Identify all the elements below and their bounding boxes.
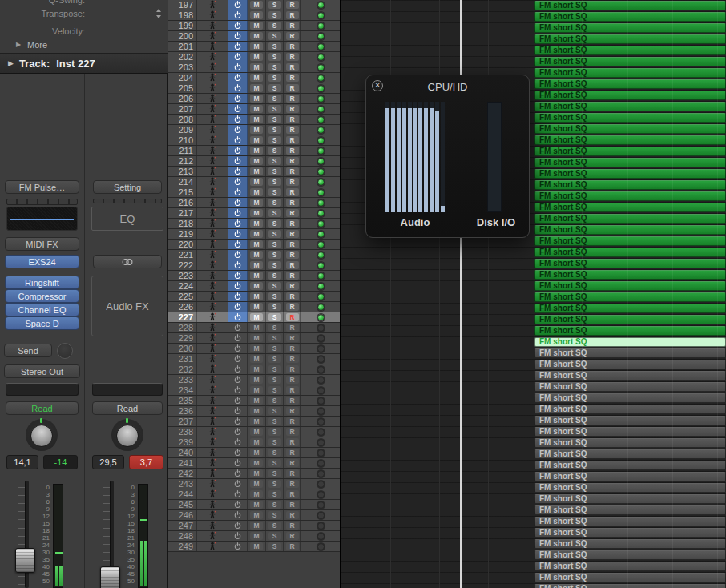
midi-region[interactable]: FM short SQ xyxy=(534,57,726,66)
power-button[interactable] xyxy=(228,271,248,280)
group-slot[interactable] xyxy=(6,383,79,396)
record-button[interactable]: R xyxy=(286,230,299,238)
mute-button[interactable]: M xyxy=(250,240,263,248)
power-button[interactable] xyxy=(228,469,248,478)
output-slot[interactable]: Stereo Out xyxy=(4,364,80,378)
midi-region[interactable]: FM short SQ xyxy=(534,292,726,302)
solo-button[interactable]: S xyxy=(268,428,281,436)
power-button[interactable] xyxy=(228,323,248,332)
record-button[interactable]: R xyxy=(286,490,299,498)
power-button[interactable] xyxy=(228,115,248,124)
track-row[interactable]: 201MSR xyxy=(168,42,340,52)
power-button[interactable] xyxy=(228,417,248,426)
midi-region[interactable]: FM short SQ xyxy=(534,34,726,44)
volume-value[interactable]: -14 xyxy=(43,455,78,469)
solo-button[interactable]: S xyxy=(268,376,281,384)
track-icon[interactable] xyxy=(197,177,228,187)
track-icon[interactable] xyxy=(197,448,228,457)
record-button[interactable]: R xyxy=(286,74,299,82)
track-row[interactable]: 220MSR xyxy=(168,240,340,250)
automation-mode-button[interactable]: Read xyxy=(6,401,79,415)
midi-region[interactable]: FM short SQ xyxy=(534,517,726,526)
track-icon[interactable] xyxy=(197,479,228,489)
solo-button[interactable]: S xyxy=(268,365,281,373)
track-icon[interactable] xyxy=(197,187,228,197)
record-button[interactable]: R xyxy=(286,469,299,477)
track-row[interactable]: 222MSR xyxy=(168,260,340,271)
track-icon[interactable] xyxy=(197,42,228,51)
mute-button[interactable]: M xyxy=(250,469,263,477)
mute-button[interactable]: M xyxy=(250,386,263,394)
solo-button[interactable]: S xyxy=(268,532,281,540)
pan-knob[interactable] xyxy=(26,419,58,451)
solo-button[interactable]: S xyxy=(268,251,281,259)
solo-button[interactable]: S xyxy=(268,178,281,186)
track-row[interactable]: 224MSR xyxy=(168,281,340,292)
pan-value[interactable]: 29,5 xyxy=(92,455,124,469)
solo-button[interactable]: S xyxy=(268,199,281,207)
track-inspector-header[interactable]: ▶ Track: Inst 227 xyxy=(0,53,168,74)
record-button[interactable]: R xyxy=(286,324,299,332)
group-slot[interactable] xyxy=(92,383,163,396)
mute-button[interactable]: M xyxy=(250,501,263,509)
track-icon[interactable] xyxy=(197,21,228,30)
power-button[interactable] xyxy=(228,427,248,437)
track-icon[interactable] xyxy=(197,219,228,228)
record-button[interactable]: R xyxy=(286,22,299,30)
midi-region[interactable]: FM short SQ xyxy=(534,102,726,111)
record-button[interactable]: R xyxy=(286,105,299,113)
midi-region[interactable]: FM short SQ xyxy=(534,393,726,403)
power-button[interactable] xyxy=(228,73,248,83)
power-button[interactable] xyxy=(228,437,248,447)
mute-button[interactable]: M xyxy=(250,32,263,40)
track-icon[interactable] xyxy=(197,354,228,364)
power-button[interactable] xyxy=(228,62,248,72)
midi-region[interactable]: FM short SQ xyxy=(534,158,726,167)
track-icon[interactable] xyxy=(197,52,228,62)
solo-button[interactable]: S xyxy=(268,209,281,217)
mute-button[interactable]: M xyxy=(250,209,263,217)
track-icon[interactable] xyxy=(197,469,228,478)
track-icon[interactable] xyxy=(197,146,228,155)
power-button[interactable] xyxy=(228,198,248,207)
solo-button[interactable]: S xyxy=(268,167,281,175)
power-button[interactable] xyxy=(228,260,248,270)
power-button[interactable] xyxy=(228,396,248,405)
solo-button[interactable]: S xyxy=(268,303,281,311)
track-icon[interactable] xyxy=(197,94,228,103)
track-row[interactable]: 241MSR xyxy=(168,458,340,469)
track-row[interactable]: 215MSR xyxy=(168,187,340,198)
power-button[interactable] xyxy=(228,167,248,176)
mute-button[interactable]: M xyxy=(250,511,263,519)
power-button[interactable] xyxy=(228,354,248,364)
midi-fx-slot[interactable]: MIDI FX xyxy=(5,237,79,251)
solo-button[interactable]: S xyxy=(268,74,281,82)
eq-thumbnail[interactable]: EQ xyxy=(91,207,163,231)
power-button[interactable] xyxy=(228,156,248,166)
power-button[interactable] xyxy=(228,406,248,416)
track-icon[interactable] xyxy=(197,458,228,468)
midi-region[interactable]: FM short SQ xyxy=(534,461,726,470)
midi-region[interactable]: FM short SQ xyxy=(534,46,726,55)
mute-button[interactable]: M xyxy=(250,365,263,373)
record-button[interactable]: R xyxy=(286,344,299,352)
record-button[interactable]: R xyxy=(286,480,299,488)
track-row[interactable]: 221MSR xyxy=(168,250,340,260)
track-icon[interactable] xyxy=(197,510,228,520)
midi-region[interactable]: FM short SQ xyxy=(534,405,726,414)
record-button[interactable]: R xyxy=(286,63,299,71)
midi-region[interactable]: FM short SQ xyxy=(534,371,726,381)
mute-button[interactable]: M xyxy=(250,1,263,9)
solo-button[interactable]: S xyxy=(268,42,281,50)
midi-region[interactable]: FM short SQ xyxy=(534,584,726,588)
midi-region[interactable]: FM short SQ xyxy=(534,528,726,538)
track-row[interactable]: 213MSR xyxy=(168,167,340,177)
record-button[interactable]: R xyxy=(286,334,299,342)
audio-fx-slot-3[interactable]: Channel EQ xyxy=(5,303,79,316)
power-button[interactable] xyxy=(228,42,248,51)
solo-button[interactable]: S xyxy=(268,490,281,498)
track-icon[interactable] xyxy=(197,229,228,239)
power-button[interactable] xyxy=(228,250,248,260)
mute-button[interactable]: M xyxy=(250,63,263,71)
mute-button[interactable]: M xyxy=(250,147,263,155)
